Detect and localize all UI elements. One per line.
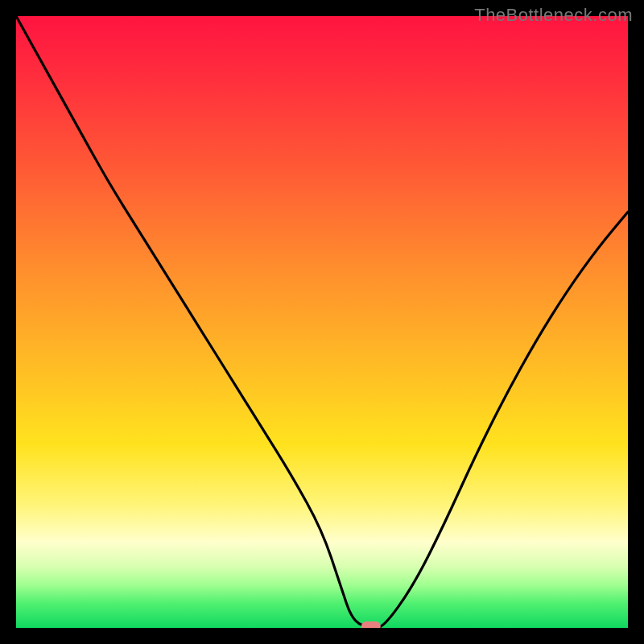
watermark-text: TheBottleneck.com — [474, 5, 633, 26]
optimum-marker — [361, 621, 381, 628]
bottleneck-chart — [16, 16, 628, 628]
chart-frame: TheBottleneck.com — [0, 0, 644, 644]
